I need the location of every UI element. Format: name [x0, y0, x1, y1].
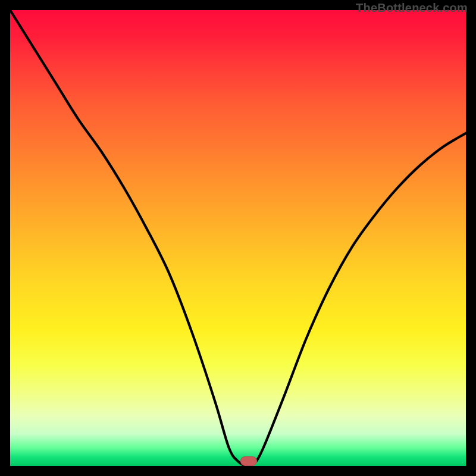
optimal-point-marker [240, 456, 257, 466]
watermark-text: TheBottleneck.com [356, 1, 468, 15]
chart-stage: TheBottleneck.com [0, 0, 476, 476]
plot-area [10, 10, 466, 466]
bottleneck-curve [10, 10, 466, 466]
